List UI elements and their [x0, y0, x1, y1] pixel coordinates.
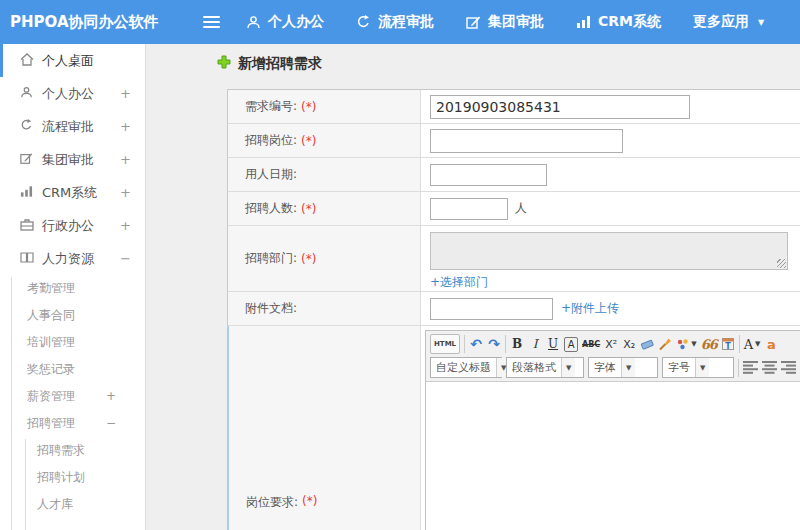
caret-down-icon: ▼	[695, 358, 709, 377]
headcount-input[interactable]	[430, 198, 508, 220]
hire-date-input[interactable]	[430, 164, 547, 186]
caret-down-icon: ▼	[755, 340, 760, 348]
form-row-hire-date: 用人日期:	[227, 158, 800, 192]
expand-icon[interactable]: +	[120, 218, 131, 233]
attachment-input[interactable]	[430, 298, 553, 320]
resize-grip-icon[interactable]	[777, 259, 786, 268]
nav-item-workflow-approval[interactable]: 流程审批	[356, 13, 434, 31]
boxed-a-button[interactable]: A	[564, 337, 578, 352]
add-plus-icon	[217, 54, 231, 73]
form-row-demand-no: 需求编号:(*)	[227, 90, 800, 124]
recruit-demand-form: 需求编号:(*) 招聘岗位:(*) 用人日期: 招聘人数:(*) 人 招聘部门:…	[227, 89, 800, 530]
recruit-dept-textarea[interactable]	[430, 232, 788, 270]
process-arrow-icon	[20, 119, 33, 135]
sidebar-item-hr[interactable]: 人力资源 −	[0, 242, 145, 275]
select-department-link[interactable]: +选择部门	[430, 274, 488, 291]
html-source-button[interactable]: HTML	[430, 334, 460, 354]
form-row-job-requirements: 岗位要求:(*) HTML ↶ ↷ B I U A	[227, 326, 800, 530]
brush-icon	[658, 337, 672, 351]
nav-item-crm[interactable]: CRM系统	[576, 13, 661, 31]
nav-item-more-apps[interactable]: 更多应用 ▼	[693, 13, 764, 31]
blockquote-button[interactable]: 66	[701, 334, 717, 354]
format-brush-button[interactable]	[658, 334, 672, 354]
superscript-button[interactable]: X²	[604, 334, 618, 354]
app-logo: PHPOA协同办公软件	[10, 13, 185, 32]
page-header: 新增招聘需求	[217, 54, 322, 73]
field-label: 用人日期:	[245, 166, 297, 183]
caret-down-icon: ▼	[621, 358, 635, 377]
bold-button[interactable]: B	[510, 334, 524, 354]
sidebar-hr-submenu: 考勤管理 人事合同 培训管理 奖惩记录 薪资管理+ 招聘管理− 招聘需求 招聘计…	[0, 275, 145, 530]
home-icon	[20, 53, 34, 69]
palette-icon	[676, 338, 689, 351]
strikethrough-button[interactable]: ABC	[582, 334, 600, 354]
paragraph-format-select[interactable]: 段落格式▼	[506, 357, 584, 378]
remove-format-button[interactable]	[640, 334, 654, 354]
highlight-color-button[interactable]: a	[765, 334, 779, 354]
eraser-icon	[640, 337, 654, 351]
person-icon	[20, 86, 33, 102]
attachment-upload-link[interactable]: +附件上传	[561, 300, 619, 317]
required-mark: (*)	[301, 252, 316, 266]
required-mark: (*)	[301, 202, 316, 216]
briefcase-icon	[20, 218, 34, 234]
subscript-button[interactable]: X₂	[622, 334, 636, 354]
expand-icon[interactable]: +	[106, 383, 116, 410]
align-right-button[interactable]	[781, 358, 796, 378]
sidebar-item-crm[interactable]: CRM系统 +	[0, 176, 145, 209]
required-mark: (*)	[302, 494, 317, 508]
field-label: 招聘人数:	[245, 200, 297, 217]
caret-down-icon: ▼	[691, 340, 696, 348]
required-mark: (*)	[301, 100, 316, 114]
italic-button[interactable]: I	[528, 334, 542, 354]
sidebar-item-personal-office[interactable]: 个人办公 +	[0, 77, 145, 110]
sidebar-item-talent-pool[interactable]: 人才库	[0, 491, 145, 518]
form-row-headcount: 招聘人数:(*) 人	[227, 192, 800, 226]
redo-button[interactable]: ↷	[487, 334, 501, 354]
form-row-job-position: 招聘岗位:(*)	[227, 124, 800, 158]
caret-down-icon: ▼	[561, 358, 575, 377]
sidebar-item-salary[interactable]: 薪资管理+	[0, 383, 145, 410]
nav-item-personal-office[interactable]: 个人办公	[246, 13, 324, 31]
sidebar-recruitment-submenu: 招聘需求 招聘计划 人才库	[0, 437, 145, 518]
bar-chart-icon	[20, 185, 33, 200]
heading-select[interactable]: 自定义标题▼	[430, 357, 502, 378]
undo-button[interactable]: ↶	[469, 334, 483, 354]
collapse-icon[interactable]: −	[106, 410, 116, 437]
sidebar-item-recruit-plan[interactable]: 招聘计划	[0, 464, 145, 491]
font-family-select[interactable]: 字体▼	[588, 357, 658, 378]
underline-button[interactable]: U	[546, 334, 560, 354]
sidebar-item-admin-office[interactable]: 行政办公 +	[0, 209, 145, 242]
sidebar-item-hr-contract[interactable]: 人事合同	[0, 302, 145, 329]
menu-toggle-button[interactable]	[203, 16, 220, 28]
sidebar-item-recruitment[interactable]: 招聘管理−	[0, 410, 145, 437]
color-palette-button[interactable]: ▼	[676, 334, 696, 354]
page-title: 新增招聘需求	[238, 55, 322, 73]
align-center-button[interactable]	[762, 358, 777, 378]
font-size-select[interactable]: 字号▼	[662, 357, 734, 378]
field-label: 招聘岗位:	[245, 132, 297, 149]
collapse-icon[interactable]: −	[120, 251, 131, 266]
job-position-input[interactable]	[430, 129, 623, 153]
edit-icon	[466, 15, 481, 30]
expand-icon[interactable]: +	[120, 119, 131, 134]
sidebar-item-recruit-demand[interactable]: 招聘需求	[0, 437, 145, 464]
sidebar-item-training[interactable]: 培训管理	[0, 329, 145, 356]
nav-item-group-approval[interactable]: 集团审批	[466, 13, 544, 31]
sidebar-item-rewards[interactable]: 奖惩记录	[0, 356, 145, 383]
editor-content[interactable]	[426, 381, 800, 530]
expand-icon[interactable]: +	[120, 86, 131, 101]
demand-no-input[interactable]	[430, 95, 690, 119]
sidebar-item-workflow-approval[interactable]: 流程审批 +	[0, 110, 145, 143]
expand-icon[interactable]: +	[120, 152, 131, 167]
person-icon	[246, 15, 261, 30]
paste-text-button[interactable]: T	[721, 334, 735, 354]
sidebar-item-personal-desktop[interactable]: 个人桌面	[0, 44, 145, 77]
sidebar-item-group-approval[interactable]: 集团审批 +	[0, 143, 145, 176]
sidebar-item-attendance[interactable]: 考勤管理	[0, 275, 145, 302]
field-label: 招聘部门:	[245, 250, 297, 267]
font-color-button[interactable]: A▼	[744, 334, 761, 354]
align-left-button[interactable]	[743, 358, 758, 378]
expand-icon[interactable]: +	[120, 185, 131, 200]
form-row-recruit-dept: 招聘部门:(*) +选择部门	[227, 226, 800, 292]
